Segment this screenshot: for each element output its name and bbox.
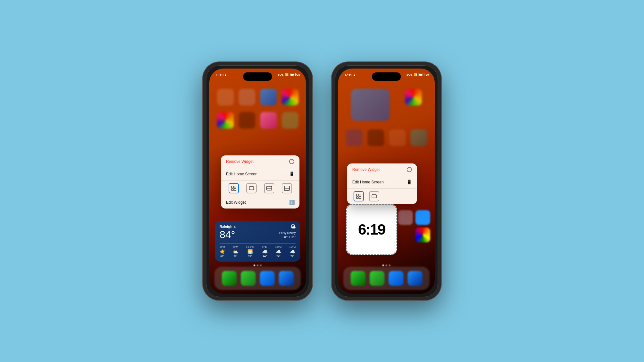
size-option-small-right[interactable] [354, 191, 364, 201]
size-option-small[interactable] [229, 183, 239, 193]
svg-rect-13 [372, 195, 376, 198]
status-time-left: 6:19 ▲ [216, 73, 227, 77]
svg-rect-3 [234, 189, 236, 190]
app-icon [239, 89, 255, 106]
size-option-wide[interactable] [264, 183, 274, 193]
svg-rect-4 [249, 187, 254, 190]
app-icon [415, 227, 430, 242]
phone-frame-right: 6:19 ▲ SOS 📶 29 [332, 62, 441, 300]
dock-phone-icon-right[interactable] [351, 271, 365, 286]
weather-hour-item: 7PM ☀️ 83° [220, 246, 225, 258]
dock-right [343, 267, 430, 290]
app-icon [217, 89, 234, 106]
size-selector-left [221, 181, 299, 196]
app-icon [398, 210, 413, 225]
weather-temp: 84° [220, 229, 235, 240]
phone-screen-icon-left: 📱 [289, 172, 294, 177]
context-menu-left[interactable]: Remove Widget Edit Home Screen 📱 [221, 155, 299, 209]
page-dots-right [383, 265, 391, 266]
weather-hour-item: 11PM ☁️ 72° [289, 246, 296, 258]
battery-icon-left [290, 73, 296, 76]
dock-left [214, 267, 301, 290]
page-dot [257, 265, 259, 266]
svg-rect-10 [359, 194, 361, 196]
size-option-medium[interactable] [246, 183, 257, 193]
size-option-medium-right[interactable] [369, 191, 379, 201]
page-dot [254, 265, 255, 266]
phone-screen-right: 6:19 ▲ SOS 📶 29 [338, 69, 435, 294]
page-dots-left [254, 265, 262, 266]
app-icon [398, 227, 413, 242]
status-right-right: SOS 📶 29 [406, 73, 429, 76]
remove-widget-button-right[interactable]: Remove Widget [347, 163, 417, 176]
app-icon [415, 210, 430, 225]
context-menu-right[interactable]: Remove Widget Edit Home Screen 📱 [347, 163, 417, 204]
remove-widget-button-left[interactable]: Remove Widget [221, 155, 299, 168]
status-time-right: 6:19 ▲ [345, 73, 356, 77]
weather-hour-item: 10PM ☁️ 74° [275, 246, 282, 258]
location-icon-right: ▲ [353, 73, 356, 77]
dock-messages-icon[interactable] [241, 271, 256, 286]
page-dot [260, 265, 262, 266]
svg-rect-12 [359, 197, 361, 199]
weather-hour-item: 8PM ⛅ 79° [233, 246, 238, 258]
status-right-left: SOS 📶 29 [278, 73, 300, 76]
svg-rect-1 [234, 186, 236, 188]
app-icon [239, 112, 255, 129]
app-icon [405, 89, 422, 106]
app-icon [282, 112, 298, 129]
remove-circle-icon-left [289, 159, 294, 164]
svg-rect-0 [232, 186, 233, 188]
remove-circle-icon-right [407, 167, 412, 172]
svg-rect-2 [232, 189, 233, 190]
page-dot [389, 265, 391, 266]
app-icon [389, 129, 406, 146]
phone-screen-icon-right: 📱 [407, 180, 412, 185]
app-icon [260, 89, 277, 106]
edit-widget-button-left[interactable]: Edit Widget ℹ️ [221, 196, 299, 209]
app-icon [346, 129, 363, 146]
app-icon [367, 129, 384, 146]
app-icon [260, 112, 277, 129]
app-icon [217, 112, 234, 129]
app-icon [282, 89, 298, 106]
weather-hour-item: 8:34PM 🌅 76° [246, 246, 254, 258]
weather-widget-left: Raleigh ▲ 🌤 84° Partly Cloudy H:86° L:58… [215, 221, 300, 261]
size-selector-right [347, 189, 417, 204]
status-bar-right: 6:19 ▲ SOS 📶 29 [338, 69, 435, 85]
weather-hourly: 7PM ☀️ 83° 8PM ⛅ 79° 8:34PM 🌅 76° [220, 243, 296, 258]
page-dot [386, 265, 387, 266]
svg-rect-9 [356, 194, 358, 196]
phone-frame-left: 6:19 ▲ SOS 📶 29 [203, 62, 312, 300]
wifi-icon-left: 📶 [285, 73, 289, 76]
weather-condition-icon: 🌤 [290, 224, 296, 230]
dock-phone-icon[interactable] [222, 271, 237, 286]
location-arrow-icon: ▲ [233, 225, 236, 228]
phone-right: 6:19 ▲ SOS 📶 29 [332, 62, 441, 300]
phone-left: 6:19 ▲ SOS 📶 29 [203, 62, 312, 300]
info-icon-left: ℹ️ [289, 200, 294, 205]
dock-messages-icon-right[interactable] [370, 271, 384, 286]
wifi-icon-right: 📶 [414, 73, 417, 76]
weather-condition-text: Partly Cloudy H:86° L:58° [279, 231, 296, 241]
battery-icon-right [419, 73, 424, 76]
app-icon [351, 89, 390, 121]
app-icon [411, 129, 427, 146]
dock-safari-icon-right[interactable] [389, 271, 403, 286]
side-apps-right [398, 210, 430, 242]
dock-mail-icon[interactable] [279, 271, 294, 286]
weather-city: Raleigh ▲ 🌤 [220, 225, 296, 228]
dock-mail-icon-right[interactable] [408, 271, 422, 286]
page-dot [383, 265, 384, 266]
edit-home-screen-button-left[interactable]: Edit Home Screen 📱 [221, 168, 299, 181]
edit-home-screen-button-right[interactable]: Edit Home Screen 📱 [347, 176, 417, 189]
size-option-tall[interactable] [282, 183, 292, 193]
status-bar-left: 6:19 ▲ SOS 📶 29 [209, 69, 306, 85]
location-icon-left: ▲ [224, 73, 227, 77]
clock-widget-right: 6:19 [346, 204, 397, 255]
clock-display: 6:19 [358, 221, 385, 238]
dock-safari-icon[interactable] [260, 271, 275, 286]
svg-rect-11 [356, 197, 358, 199]
weather-hour-item: 9PM ☁️ 76° [262, 246, 268, 258]
phone-screen-left: 6:19 ▲ SOS 📶 29 [209, 69, 306, 294]
